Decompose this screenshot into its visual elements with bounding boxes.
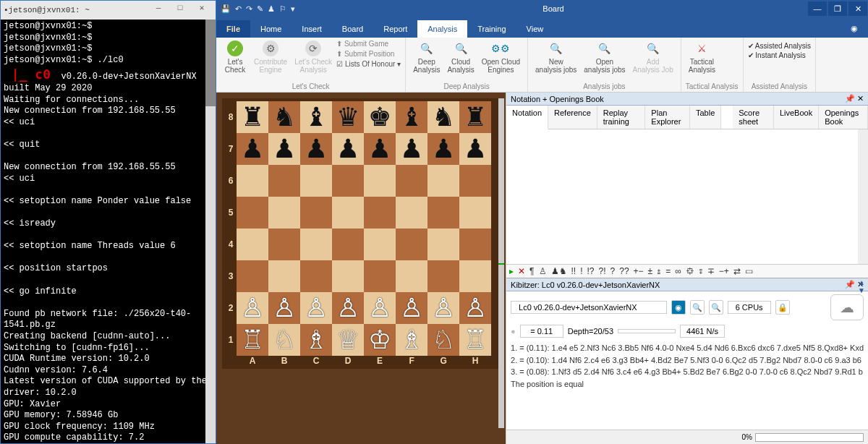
- symbol-bwin[interactable]: −+: [719, 266, 729, 276]
- piece[interactable]: ♘: [273, 327, 296, 353]
- analysis-lines[interactable]: 1. = (0.11): 1.e4 e5 2.Nf3 Nc6 3.Bb5 Nf6…: [506, 339, 868, 430]
- square[interactable]: [427, 165, 459, 197]
- cloud-icon[interactable]: ☁: [830, 294, 864, 320]
- symbol-equal[interactable]: =: [665, 266, 671, 276]
- cpu-count[interactable]: 6 CPUs: [728, 301, 771, 314]
- tab-file[interactable]: File: [216, 20, 250, 38]
- piece[interactable]: ♙: [305, 295, 328, 321]
- square[interactable]: [459, 229, 491, 260]
- square[interactable]: [237, 197, 268, 229]
- depth-input[interactable]: [618, 329, 676, 333]
- notation-tab-table[interactable]: Table: [690, 106, 721, 129]
- square[interactable]: [427, 260, 459, 292]
- notation-panel-header[interactable]: Notation + Openings Book 📌 ✕: [506, 93, 868, 106]
- square[interactable]: ♝: [300, 101, 332, 133]
- piece[interactable]: ♟: [464, 136, 487, 162]
- piece[interactable]: ♖: [464, 327, 487, 353]
- square[interactable]: ♙: [364, 292, 396, 324]
- square[interactable]: [459, 260, 491, 292]
- annotation-toolbar[interactable]: ▸ ✕ ¶ ♙ ♟♞ !! ! !? ?! ? ?? +− ± ⩲ = ∞ ⯐ …: [506, 264, 868, 278]
- square[interactable]: ♟: [237, 133, 268, 165]
- person-icon[interactable]: ♟: [268, 4, 275, 14]
- tab-report[interactable]: Report: [373, 20, 417, 38]
- square[interactable]: [364, 165, 396, 197]
- text-icon[interactable]: ¶: [529, 266, 534, 276]
- pin-icon[interactable]: 📌 ✕: [845, 94, 864, 103]
- square[interactable]: [268, 229, 300, 260]
- piece[interactable]: ♟: [400, 136, 423, 162]
- lock-icon[interactable]: 🔒: [775, 300, 790, 315]
- piece[interactable]: ♞: [273, 104, 296, 130]
- square[interactable]: ♟: [364, 133, 396, 165]
- piece[interactable]: ♝: [400, 104, 423, 130]
- square[interactable]: [300, 229, 332, 260]
- redo-icon[interactable]: ↷: [246, 4, 252, 14]
- square[interactable]: ♟: [396, 133, 427, 165]
- square[interactable]: [300, 260, 332, 292]
- lets-check-button[interactable]: ✓Let's Check: [221, 39, 250, 81]
- app-titlebar[interactable]: 💾 ↶ ↷ ✎ ♟ ⚐ ▾ Board — ❐ ✕: [216, 0, 868, 17]
- square[interactable]: ♖: [459, 324, 491, 356]
- piece[interactable]: ♙: [273, 295, 296, 321]
- piece[interactable]: ♛: [336, 104, 359, 130]
- notation-tab-scoresheet[interactable]: Score sheet: [733, 106, 774, 129]
- piece[interactable]: ♟: [336, 136, 359, 162]
- terminal-titlebar[interactable]: ▪ jetson@jxvnx01: ~ — □ ✕: [1, 1, 216, 20]
- lets-check-analysis-button[interactable]: ⟳Let's Check Analysis: [292, 39, 335, 81]
- square[interactable]: [332, 229, 364, 260]
- contribute-engine-button[interactable]: ⚙Contribute Engine: [251, 39, 290, 81]
- square[interactable]: ♙: [332, 292, 364, 324]
- piece[interactable]: ♜: [464, 104, 487, 130]
- delete-icon[interactable]: ✕: [518, 266, 525, 276]
- square[interactable]: [364, 197, 396, 229]
- piece[interactable]: ♙: [400, 295, 423, 321]
- notation-tab-notation[interactable]: Notation: [506, 106, 548, 129]
- piece[interactable]: ♜: [241, 104, 264, 130]
- symbol-comp[interactable]: ⯐: [686, 266, 694, 276]
- app-close-button[interactable]: ✕: [848, 1, 867, 16]
- symbol-bslight[interactable]: ⩱: [699, 266, 703, 276]
- square[interactable]: [396, 165, 427, 197]
- square[interactable]: ♜: [237, 101, 268, 133]
- square[interactable]: ♞: [427, 101, 459, 133]
- square[interactable]: ♗: [300, 324, 332, 356]
- zoom-out-icon[interactable]: 🔍: [709, 300, 723, 315]
- instant-analysis-checkbox[interactable]: ✔ Instant Analysis: [748, 51, 806, 59]
- square[interactable]: [396, 197, 427, 229]
- symbol-interesting[interactable]: !?: [587, 266, 595, 276]
- deep-analysis-button[interactable]: 🔍Deep Analysis: [410, 39, 443, 81]
- pv-line-3[interactable]: 3. = (0.08): 1.Nf3 d5 2.d4 Nf6 3.c4 e6 4…: [511, 366, 864, 378]
- square[interactable]: ♙: [396, 292, 427, 324]
- piece[interactable]: ♙: [464, 295, 487, 321]
- save-icon[interactable]: 💾: [221, 4, 231, 14]
- maximize-button[interactable]: □: [169, 3, 191, 17]
- symbol-good2[interactable]: !: [580, 266, 582, 276]
- symbol-pawn[interactable]: ♙: [539, 266, 547, 276]
- square[interactable]: ♙: [300, 292, 332, 324]
- square[interactable]: ♘: [427, 324, 459, 356]
- piece[interactable]: ♙: [368, 295, 391, 321]
- terminal-body[interactable]: jetson@jxvnx01:~$ jetson@jxvnx01:~$ jets…: [1, 20, 216, 444]
- square[interactable]: ♟: [459, 133, 491, 165]
- square[interactable]: ♝: [396, 101, 427, 133]
- pv-line-1[interactable]: 1. = (0.11): 1.e4 e5 2.Nf3 Nc6 3.Bb5 Nf6…: [511, 342, 864, 354]
- brush-icon[interactable]: ✎: [257, 4, 263, 14]
- square[interactable]: ♕: [332, 324, 364, 356]
- square[interactable]: [396, 260, 427, 292]
- notation-body[interactable]: [506, 129, 868, 264]
- square[interactable]: [268, 197, 300, 229]
- square[interactable]: [427, 197, 459, 229]
- new-analysis-jobs-button[interactable]: 🔍New analysis jobs: [532, 39, 579, 81]
- cloud-analysis-button[interactable]: 🔍Cloud Analysis: [444, 39, 477, 81]
- square[interactable]: [268, 165, 300, 197]
- piece[interactable]: ♞: [432, 104, 455, 130]
- piece[interactable]: ♟: [241, 136, 264, 162]
- symbol-dubious[interactable]: ?!: [599, 266, 606, 276]
- symbol-wslight[interactable]: ⩲: [657, 266, 661, 276]
- open-cloud-engines-button[interactable]: ⚙⚙Open Cloud Engines: [479, 39, 523, 81]
- app-restore-button[interactable]: ❐: [828, 1, 847, 16]
- tab-home[interactable]: Home: [250, 20, 292, 38]
- notation-scrollbar[interactable]: [858, 129, 868, 264]
- notation-tab-openings[interactable]: Openings Book: [819, 106, 868, 129]
- open-analysis-jobs-button[interactable]: 🔍Open analysis jobs: [581, 39, 628, 81]
